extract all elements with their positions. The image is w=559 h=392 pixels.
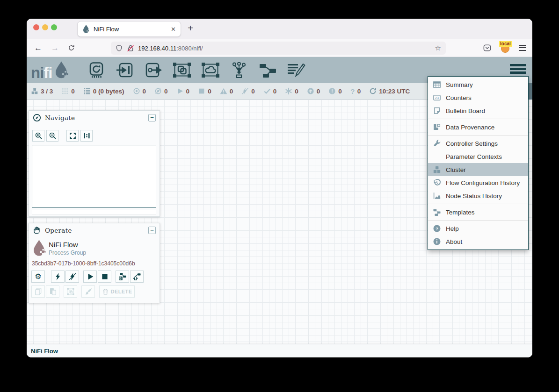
url-path-text: :8080/nifi/: [176, 45, 203, 52]
zoom-in-button[interactable]: [32, 130, 44, 142]
invalid-warning-icon: [220, 87, 227, 95]
brush-icon: [84, 287, 93, 296]
processor-component-button[interactable]: [87, 62, 106, 78]
create-template-button[interactable]: [116, 271, 129, 283]
forward-icon[interactable]: →: [51, 43, 59, 53]
menu-item-cluster[interactable]: Cluster: [428, 163, 528, 176]
configure-button[interactable]: ⚙: [31, 271, 45, 283]
status-connected-nodes: 3 / 3: [31, 87, 53, 95]
color-button[interactable]: [81, 285, 95, 298]
zoom-actual-size-button[interactable]: [80, 130, 93, 142]
menu-item-help[interactable]: ? Help: [428, 222, 528, 235]
paste-button[interactable]: [46, 285, 59, 298]
menu-item-controller-settings[interactable]: Controller Settings: [428, 137, 528, 150]
svg-text:23: 23: [435, 96, 439, 100]
compass-icon: [33, 114, 41, 122]
group-selection-icon: [66, 287, 75, 296]
browser-menu-icon[interactable]: [519, 45, 526, 51]
navigate-collapse-button[interactable]: −: [148, 114, 156, 121]
url-bar[interactable]: 192.168.40.11:8080/nifi/ ☆: [111, 42, 446, 55]
output-port-component-button[interactable]: [144, 62, 163, 78]
browser-tab[interactable]: NiFi Flow ✕: [77, 21, 181, 37]
upload-template-icon: [133, 272, 141, 281]
status-active-threads: 0: [61, 87, 75, 95]
bookmark-star-icon[interactable]: ☆: [435, 44, 441, 52]
svg-text:?: ?: [436, 226, 438, 231]
group-button[interactable]: [64, 285, 77, 298]
asterisk-icon: [285, 87, 292, 95]
disable-button[interactable]: [65, 271, 79, 283]
url-host-text: 192.168.40.11: [138, 45, 176, 52]
trash-icon: [102, 288, 109, 295]
funnel-component-button[interactable]: [230, 62, 248, 78]
menu-item-flow-configuration-history[interactable]: Flow Configuration History: [428, 176, 528, 189]
pocket-icon[interactable]: [483, 43, 492, 52]
zoom-fit-button[interactable]: [66, 130, 79, 142]
menu-item-counters[interactable]: 23 Counters: [428, 91, 528, 104]
reload-icon[interactable]: [68, 44, 75, 51]
selection-id[interactable]: 35cbd3b7-017b-1000-8bff-1c3405c00d6b: [32, 260, 135, 267]
menu-separator: [428, 204, 528, 204]
nifi-logo: nifi: [31, 61, 83, 79]
enable-button[interactable]: [51, 271, 65, 283]
selection-type: Process Group: [49, 249, 86, 256]
remote-process-group-component-button[interactable]: [201, 62, 220, 78]
menu-item-about[interactable]: About: [428, 235, 528, 248]
menu-item-templates[interactable]: Templates: [428, 206, 528, 219]
play-icon: [86, 272, 94, 281]
bulletin-note-icon: [433, 107, 441, 115]
stopped-icon: [198, 87, 205, 95]
zoom-out-button[interactable]: [46, 130, 58, 142]
copy-icon: [34, 287, 43, 296]
status-stale: 0: [307, 87, 320, 95]
insecure-lock-icon[interactable]: [127, 44, 134, 52]
label-component-button[interactable]: [287, 62, 305, 78]
running-icon: [176, 87, 184, 95]
operate-collapse-button[interactable]: −: [148, 227, 156, 234]
close-window-button[interactable]: [33, 24, 39, 30]
breadcrumb-root[interactable]: NiFi Flow: [31, 348, 58, 355]
logo-text-ni: ni: [31, 66, 44, 79]
global-menu-button[interactable]: [510, 64, 526, 76]
save-template-icon: [118, 272, 127, 281]
status-queued: 0 (0 bytes): [83, 87, 124, 95]
menu-item-summary[interactable]: Summary: [428, 78, 528, 91]
menu-item-data-provenance[interactable]: Data Provenance: [428, 121, 528, 134]
status-locally-modified-stale: 0: [328, 87, 342, 95]
delete-button[interactable]: DELETE: [99, 285, 135, 298]
input-port-component-button[interactable]: [116, 62, 134, 78]
menu-item-node-status-history[interactable]: Node Status History: [428, 189, 528, 202]
minimize-window-button[interactable]: [42, 24, 48, 30]
menu-separator: [428, 119, 528, 119]
template-icon: [433, 208, 441, 216]
new-tab-button[interactable]: +: [188, 22, 193, 34]
stop-button[interactable]: [98, 271, 111, 283]
operate-header: Operate −: [29, 223, 160, 237]
glove-icon: [33, 226, 41, 235]
help-icon: ?: [433, 224, 441, 233]
start-button[interactable]: [83, 271, 97, 283]
close-tab-icon[interactable]: ✕: [171, 26, 176, 33]
zoom-window-button[interactable]: [51, 24, 57, 30]
copy-button[interactable]: [31, 285, 45, 298]
navigate-buttons: [32, 130, 94, 142]
nifi-favicon: [82, 24, 90, 34]
birdseye-minimap[interactable]: [32, 145, 156, 208]
operate-actions-row2: DELETE: [31, 285, 135, 298]
template-component-button[interactable]: [258, 62, 277, 78]
threads-grid-icon: [61, 87, 69, 95]
navigate-header: Navigate −: [29, 111, 160, 125]
process-group-component-button[interactable]: [173, 62, 191, 78]
menu-item-bulletin-board[interactable]: Bulletin Board: [428, 104, 528, 117]
profile-avatar[interactable]: local: [500, 43, 510, 53]
status-sync-failure: ? 0: [350, 87, 361, 95]
refresh-icon[interactable]: [369, 87, 377, 95]
upload-template-button[interactable]: [130, 271, 144, 283]
gear-icon: ⚙: [35, 273, 41, 280]
shield-icon[interactable]: [116, 44, 123, 52]
global-menu: Summary 23 Counters Bulletin Board Data …: [428, 76, 529, 250]
status-refresh[interactable]: 10:23 UTC: [369, 87, 410, 95]
menu-item-parameter-contexts[interactable]: Parameter Contexts: [428, 150, 528, 163]
component-buttons: [87, 62, 305, 78]
back-icon[interactable]: ←: [34, 43, 42, 53]
